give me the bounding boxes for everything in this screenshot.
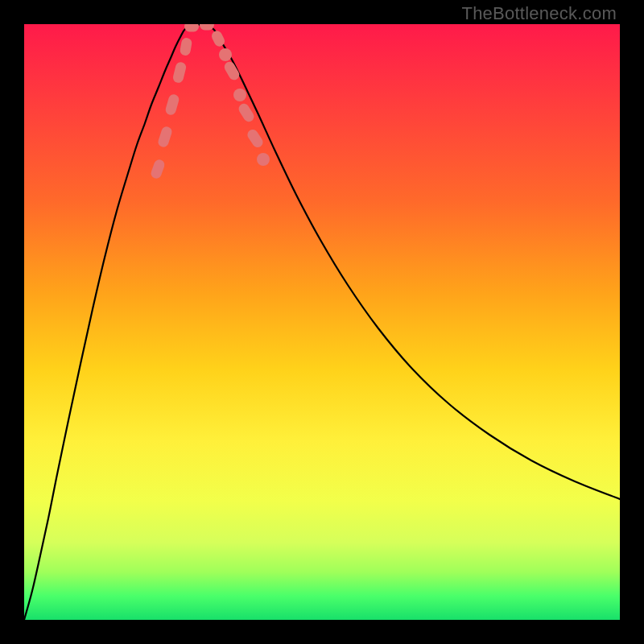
marker-dot — [257, 153, 270, 166]
marker-pill — [164, 93, 180, 117]
marker-dot — [219, 48, 232, 61]
watermark-text: TheBottleneck.com — [461, 3, 617, 24]
bottleneck-curve — [24, 24, 620, 620]
curve-svg — [24, 24, 620, 620]
marker-pill — [157, 126, 173, 149]
marker-dot — [233, 89, 246, 101]
marker-pill — [200, 24, 214, 31]
marker-pill — [180, 37, 193, 56]
marker-pill — [150, 159, 166, 180]
marker-pill — [246, 127, 265, 149]
marker-pill — [184, 24, 199, 32]
plot-area — [24, 24, 620, 620]
chart-frame: TheBottleneck.com — [0, 0, 644, 644]
marker-pill — [172, 61, 188, 84]
